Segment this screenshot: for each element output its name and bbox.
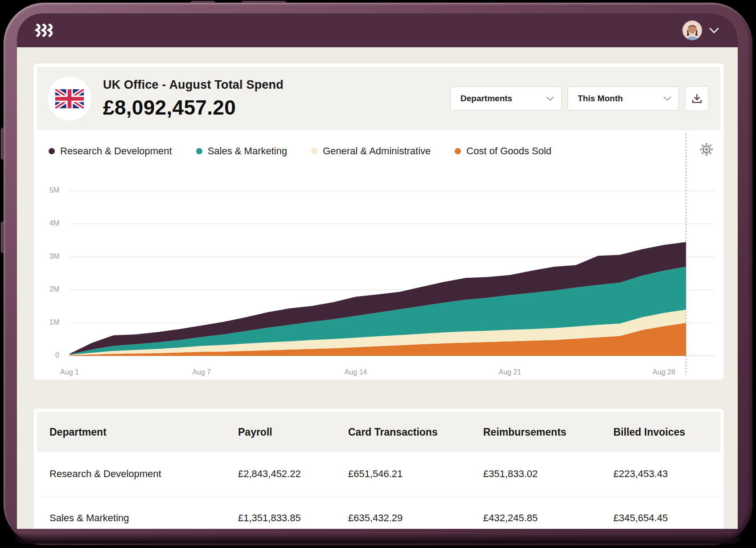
table-header-cell: Reimbursements — [483, 426, 613, 438]
table-cell: £351,833.02 — [483, 468, 613, 480]
table-cell: £1,351,833.85 — [238, 512, 348, 524]
y-axis-label: 5M — [37, 186, 59, 194]
chevron-down-icon — [663, 96, 671, 101]
summary-card: UK Office - August Total Spend £8,092,45… — [33, 63, 724, 380]
x-axis-label: Aug 7 — [192, 368, 211, 376]
table-cell: £2,843,452.22 — [238, 468, 348, 480]
table-cell: £223,453.43 — [613, 468, 720, 480]
ramp-logo-icon — [35, 24, 54, 37]
page-title: UK Office - August Total Spend — [103, 78, 284, 92]
screen: UK Office - August Total Spend £8,092,45… — [17, 13, 738, 529]
y-axis-label: 0 — [37, 351, 59, 359]
table-cell: Research & Development — [49, 468, 238, 480]
tablet-frame: UK Office - August Total Spend £8,092,45… — [4, 3, 752, 545]
department-table-card: DepartmentPayrollCard TransactionsReimbu… — [33, 408, 724, 529]
uk-flag-icon — [48, 77, 91, 120]
y-axis-label: 4M — [37, 219, 59, 227]
table-header-cell: Billed Invoices — [613, 426, 720, 438]
table-cell: Sales & Marketing — [49, 512, 238, 524]
table-header-row: DepartmentPayrollCard TransactionsReimbu… — [37, 412, 720, 452]
x-axis-label: Aug 28 — [653, 368, 675, 376]
table-row: Research & Development£2,843,452.22£651,… — [37, 452, 720, 496]
departments-select[interactable]: Departments — [450, 87, 562, 111]
avatar[interactable] — [682, 21, 702, 40]
table-header-cell: Department — [49, 426, 238, 438]
y-axis-label: 2M — [37, 285, 59, 293]
summary-header: UK Office - August Total Spend £8,092,45… — [37, 67, 720, 130]
table-cell: £635,432.29 — [348, 512, 483, 524]
chart-panel: Research & DevelopmentSales & MarketingG… — [37, 130, 720, 376]
table-cell: £432,245.85 — [483, 512, 613, 524]
table-header-cell: Payroll — [238, 426, 348, 438]
chevron-down-icon — [546, 96, 554, 101]
period-select[interactable]: This Month — [567, 87, 679, 111]
period-select-label: This Month — [578, 94, 623, 103]
y-axis-label: 3M — [37, 252, 59, 260]
page: UK Office - August Total Spend £8,092,45… — [0, 0, 756, 548]
table-cell: £345,654.45 — [613, 512, 720, 524]
y-axis-label: 1M — [37, 318, 59, 326]
table-cell: £651,546.21 — [348, 468, 483, 480]
x-axis-label: Aug 21 — [498, 368, 521, 376]
table-header-cell: Card Transactions — [348, 426, 483, 438]
x-axis-label: Aug 1 — [60, 368, 79, 376]
table-body: Research & Development£2,843,452.22£651,… — [33, 452, 724, 529]
departments-select-label: Departments — [460, 94, 512, 103]
x-axis-label: Aug 14 — [345, 368, 367, 376]
stacked-area-chart — [37, 130, 720, 378]
top-bar — [17, 13, 738, 47]
download-icon — [691, 93, 703, 105]
download-button[interactable] — [685, 86, 709, 111]
table-row: Sales & Marketing£1,351,833.85£635,432.2… — [37, 496, 720, 529]
chevron-down-icon[interactable] — [709, 28, 719, 33]
total-amount: £8,092,457.20 — [103, 95, 284, 119]
